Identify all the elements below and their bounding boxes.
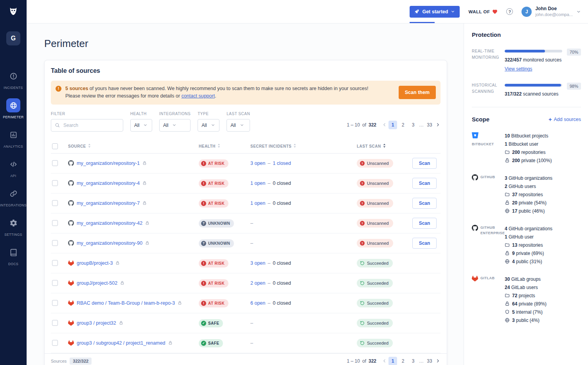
- gitlab-icon: [68, 260, 74, 266]
- row-checkbox[interactable]: [52, 180, 58, 186]
- row-checkbox[interactable]: [52, 160, 58, 166]
- open-incidents-link[interactable]: 6 open: [250, 300, 265, 306]
- page-number-2[interactable]: 2: [399, 357, 407, 365]
- select-value: All: [230, 123, 236, 128]
- row-checkbox[interactable]: [52, 200, 58, 206]
- column-header-health[interactable]: HEALTH: [199, 144, 250, 148]
- scope-group-github: GITHUB 3 GitHub organizations 2 GitHub u…: [472, 174, 581, 215]
- scope-line: 1 Bitbucket user: [505, 140, 581, 148]
- scan-button[interactable]: Scan: [412, 218, 437, 229]
- sidebar-item-settings[interactable]: SETTINGS: [0, 216, 27, 237]
- source-link[interactable]: my_organization/repository-90: [77, 240, 142, 246]
- page-number-1[interactable]: 1: [388, 357, 397, 365]
- help-icon[interactable]: ?: [506, 8, 513, 15]
- row-checkbox[interactable]: [52, 220, 58, 226]
- add-sources-button[interactable]: + Add sources: [548, 117, 581, 122]
- sidebar-item-api[interactable]: API: [0, 157, 27, 178]
- pagination-top: 1 – 10 of 322 1 2 3 … 33: [347, 121, 441, 129]
- view-settings-link[interactable]: View settings: [505, 66, 532, 72]
- wall-of-love-link[interactable]: WALL OF: [468, 9, 498, 14]
- scan-button[interactable]: Scan: [412, 178, 437, 189]
- sources-label: Sources: [51, 359, 67, 363]
- page-number-1[interactable]: 1: [388, 121, 397, 129]
- open-incidents-link[interactable]: 3 open: [250, 260, 265, 266]
- table-row: my_organization/repository-90 ?UNKNOWN –…: [51, 233, 441, 253]
- range-text: 1 – 10: [347, 122, 360, 128]
- table-row: RBAC demo / Team-B-Group / team-b-repo-3…: [51, 293, 441, 313]
- health-filter-select[interactable]: All: [130, 119, 152, 132]
- page-number-3[interactable]: 3: [409, 357, 417, 365]
- github-icon: [68, 240, 74, 246]
- open-incidents-link[interactable]: 1 open: [250, 201, 265, 206]
- filter-label: FILTER: [51, 112, 123, 116]
- source-link[interactable]: groupB/project-3: [77, 260, 113, 266]
- topbar: Get started WALL OF ? J John Doe john.d: [27, 0, 588, 23]
- workspace-switcher[interactable]: G: [6, 31, 20, 45]
- open-incidents-link[interactable]: 2 open: [250, 280, 265, 286]
- scan-them-button[interactable]: Scan them: [399, 86, 436, 99]
- api-code-icon: [6, 157, 20, 171]
- pagination-bottom: 1 – 10 of 322 1 2 3 … 33: [347, 357, 441, 365]
- no-incidents-dash: –: [250, 340, 253, 346]
- page-number-last[interactable]: 33: [425, 357, 434, 365]
- scan-button[interactable]: Scan: [412, 238, 437, 249]
- next-page-arrow[interactable]: [435, 122, 441, 127]
- scan-button[interactable]: Scan: [412, 158, 437, 169]
- sidebar-item-analytics[interactable]: ANALYTICS: [0, 128, 27, 148]
- row-checkbox[interactable]: [52, 340, 58, 346]
- source-link[interactable]: my_organization/repository-1: [77, 161, 140, 166]
- source-link[interactable]: groupJ/project-502: [77, 280, 117, 286]
- scan-button[interactable]: Scan: [412, 198, 437, 209]
- source-link[interactable]: my_organization/repository-7: [77, 201, 140, 206]
- row-checkbox[interactable]: [52, 320, 58, 326]
- sidebar-nav: INCIDENTS PERIMETER ANALYTICS: [0, 69, 27, 266]
- incidents-separator: –: [268, 280, 270, 286]
- prev-page-arrow[interactable]: [382, 122, 387, 127]
- source-link[interactable]: group3 / subgroup42 / project1_renamed: [77, 340, 165, 346]
- column-header-lastscan[interactable]: LAST SCAN: [357, 144, 412, 148]
- type-filter-select[interactable]: All: [198, 119, 219, 132]
- add-sources-label: Add sources: [554, 117, 581, 122]
- row-checkbox[interactable]: [52, 280, 58, 286]
- open-incidents-link[interactable]: 1 open: [250, 181, 265, 186]
- get-started-button[interactable]: Get started: [410, 6, 460, 18]
- source-link[interactable]: my_organization/repository-42: [77, 220, 142, 226]
- open-incidents-link[interactable]: 3 open: [250, 161, 265, 166]
- source-link[interactable]: my_organization/repository-4: [77, 181, 140, 186]
- sidebar-item-incidents[interactable]: INCIDENTS: [0, 69, 27, 90]
- select-all-checkbox[interactable]: [52, 143, 58, 149]
- banner-line2: Please review the error messages for mor…: [65, 93, 182, 99]
- gitguardian-owl-logo-icon[interactable]: [7, 5, 19, 17]
- progress-bar: [505, 50, 562, 52]
- source-link[interactable]: RBAC demo / Team-B-Group / team-b-repo-3: [77, 300, 175, 306]
- row-checkbox[interactable]: [52, 240, 58, 246]
- integrations-filter-select[interactable]: All: [159, 119, 191, 132]
- contact-support-link[interactable]: contact support: [182, 93, 215, 99]
- page-list: 1 2 3 … 33: [382, 357, 441, 365]
- lastscan-filter-select[interactable]: All: [227, 119, 250, 132]
- column-header-incidents[interactable]: SECRET INCIDENTS: [250, 144, 357, 148]
- closed-incidents-link[interactable]: 1 closed: [273, 161, 291, 166]
- page-number-3[interactable]: 3: [409, 121, 417, 129]
- scope-line-public: 3 public (4%): [505, 316, 581, 325]
- next-page-arrow[interactable]: [435, 358, 441, 363]
- sidebar-item-integrations[interactable]: INTEGRATIONS: [0, 186, 27, 207]
- historical-scanning-metric: HISTORICAL SCANNING 317/322 scanned sour…: [472, 82, 581, 97]
- sidebar-item-docs[interactable]: DOCS: [0, 245, 27, 266]
- user-menu[interactable]: J John Doe john.doe@compa...: [521, 6, 581, 17]
- search-input[interactable]: [63, 122, 119, 128]
- page-number-2[interactable]: 2: [399, 121, 407, 129]
- sidebar-item-perimeter[interactable]: PERIMETER: [0, 98, 27, 119]
- row-checkbox[interactable]: [52, 260, 58, 266]
- get-started-progress: [410, 22, 435, 23]
- column-header-source[interactable]: SOURCE: [68, 144, 199, 148]
- lock-icon: [505, 301, 510, 306]
- prev-page-arrow[interactable]: [382, 358, 387, 363]
- page-number-last[interactable]: 33: [425, 121, 434, 129]
- source-link[interactable]: group3 / project32: [77, 320, 116, 326]
- lock-icon: [120, 281, 124, 285]
- row-checkbox[interactable]: [52, 300, 58, 306]
- filter-type-group: TYPE All: [198, 112, 219, 132]
- metric-count: 322/457 monitored sources: [505, 57, 562, 63]
- table-row: my_organization/repository-7 !AT RISK 1 …: [51, 193, 441, 213]
